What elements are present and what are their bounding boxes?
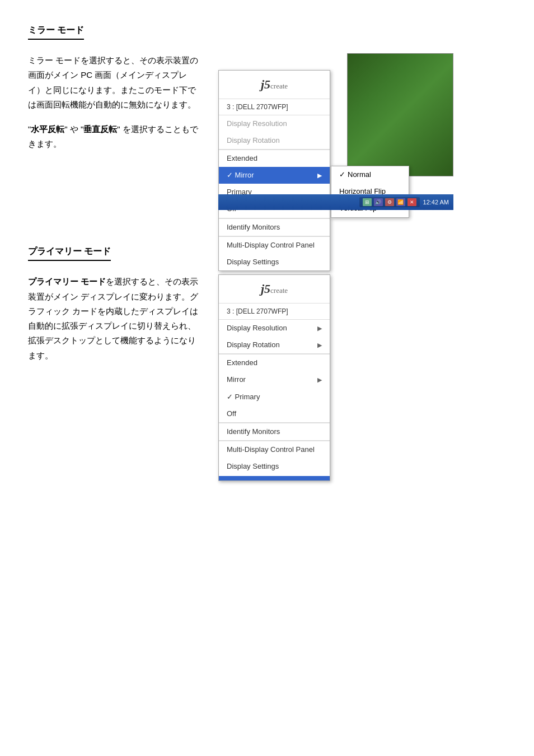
brand-create: create bbox=[270, 82, 288, 90]
primary-menu-bottom-bar bbox=[219, 476, 330, 480]
mirror-menu-container: j5create 3 : [DELL 2707WFP] Display Reso… bbox=[218, 53, 506, 210]
taskbar-icon-4: 📶 bbox=[396, 198, 405, 206]
primary-mode-heading: プライマリー モード bbox=[28, 244, 111, 261]
mirror-desktop-background bbox=[347, 53, 453, 176]
primary-mode-bold: プライマリー モード bbox=[28, 277, 106, 286]
taskbar-icons: ⊞ 🔊 ⚙ 📶 ✕ bbox=[359, 197, 420, 207]
mirror-checkmark: ✓ Mirror bbox=[227, 169, 254, 181]
primary-mirror-label: Mirror bbox=[227, 374, 246, 386]
primary-menu-header: j5create bbox=[219, 275, 330, 303]
brand-j5: j5 bbox=[261, 77, 270, 91]
taskbar-icon-2: 🔊 bbox=[374, 198, 383, 206]
mirror-menu-header: j5create bbox=[219, 71, 330, 99]
primary-menu-item-display-resolution[interactable]: Display Resolution ▶ bbox=[219, 320, 330, 337]
mirror-section-text: ミラー モードを選択すると、その表示装置の画面がメイン PC 画面（メインディス… bbox=[28, 53, 202, 162]
taskbar-icon-1: ⊞ bbox=[363, 198, 372, 206]
primary-menu-item-multi-display[interactable]: Multi-Display Control Panel bbox=[219, 441, 330, 458]
vertical-flip-term: 垂直反転 bbox=[83, 124, 117, 134]
primary-section-content: プライマリー モードを選択すると、その表示装置がメイン ディスプレイに変わります… bbox=[28, 274, 506, 481]
mirror-menu-wrapper: j5create 3 : [DELL 2707WFP] Display Reso… bbox=[218, 53, 453, 210]
display-rotation-arrow-icon: ▶ bbox=[317, 340, 322, 351]
primary-menu-item-mirror[interactable]: Mirror ▶ bbox=[219, 371, 330, 388]
primary-menu-wrapper: j5create 3 : [DELL 2707WFP] Display Reso… bbox=[218, 274, 364, 481]
display-resolution-label: Display Resolution bbox=[227, 322, 287, 334]
primary-brand-create: create bbox=[270, 286, 288, 295]
primary-mirror-arrow-icon: ▶ bbox=[317, 375, 322, 385]
menu-item-display-resolution-grayed[interactable]: Display Resolution bbox=[219, 115, 330, 132]
primary-menu-item-off[interactable]: Off bbox=[219, 405, 330, 423]
primary-brand-j5: j5 bbox=[261, 282, 270, 296]
normal-label: Normal bbox=[348, 169, 371, 181]
normal-checkmark: ✓ bbox=[339, 169, 345, 181]
primary-menu-container: j5create 3 : [DELL 2707WFP] Display Reso… bbox=[218, 274, 506, 481]
mirror-arrow-icon: ▶ bbox=[317, 170, 322, 181]
primary-j5menu: j5create 3 : [DELL 2707WFP] Display Reso… bbox=[218, 274, 330, 481]
primary-mode-section: プライマリー モード プライマリー モードを選択すると、その表示装置がメイン デ… bbox=[28, 244, 506, 481]
primary-menu-item-display-rotation[interactable]: Display Rotation ▶ bbox=[219, 337, 330, 354]
primary-menu-item-primary[interactable]: ✓ Primary bbox=[219, 389, 330, 405]
mirror-mode-heading: ミラー モード bbox=[28, 22, 84, 40]
menu-item-multi-display[interactable]: Multi-Display Control Panel bbox=[219, 236, 330, 254]
display-rotation-label: Display Rotation bbox=[227, 339, 280, 351]
taskbar-time: 12:42 AM bbox=[423, 197, 449, 208]
primary-check: ✓ Primary bbox=[227, 391, 260, 403]
menu-item-mirror[interactable]: ✓ Mirror ▶ bbox=[219, 167, 330, 184]
primary-paragraph-1: プライマリー モードを選択すると、その表示装置がメイン ディスプレイに変わります… bbox=[28, 274, 202, 363]
menu-item-extended[interactable]: Extended bbox=[219, 150, 330, 167]
mirror-paragraph-2: "水平反転" や "垂直反転" を選択することもできます。 bbox=[28, 122, 202, 152]
menu-item-mirror-wrapper: ✓ Mirror ▶ ✓ Normal Horizontal Flip bbox=[219, 167, 330, 184]
menu-item-display-rotation-grayed[interactable]: Display Rotation bbox=[219, 132, 330, 150]
submenu-item-normal[interactable]: ✓ Normal bbox=[331, 166, 409, 183]
mirror-paragraph-1: ミラー モードを選択すると、その表示装置の画面がメイン PC 画面（メインディス… bbox=[28, 53, 202, 112]
taskbar-icon-5: ✕ bbox=[407, 198, 416, 206]
menu-item-identify-monitors[interactable]: Identify Monitors bbox=[219, 218, 330, 236]
taskbar: ⊞ 🔊 ⚙ 📶 ✕ 12:42 AM bbox=[218, 194, 453, 210]
taskbar-icon-3: ⚙ bbox=[385, 198, 394, 206]
mirror-section-content: ミラー モードを選択すると、その表示装置の画面がメイン PC 画面（メインディス… bbox=[28, 53, 506, 210]
primary-menu-device: 3 : [DELL 2707WFP] bbox=[219, 304, 330, 320]
display-resolution-arrow-icon: ▶ bbox=[317, 323, 322, 334]
menu-item-display-settings[interactable]: Display Settings bbox=[219, 254, 330, 270]
primary-menu-item-extended[interactable]: Extended bbox=[219, 354, 330, 371]
mirror-mode-section: ミラー モード ミラー モードを選択すると、その表示装置の画面がメイン PC 画… bbox=[28, 22, 506, 210]
primary-section-text: プライマリー モードを選択すると、その表示装置がメイン ディスプレイに変わります… bbox=[28, 274, 202, 373]
mirror-j5menu: j5create 3 : [DELL 2707WFP] Display Reso… bbox=[218, 70, 330, 271]
horizontal-flip-term: 水平反転 bbox=[31, 124, 64, 134]
primary-menu-item-identify-monitors[interactable]: Identify Monitors bbox=[219, 423, 330, 441]
primary-menu-item-display-settings[interactable]: Display Settings bbox=[219, 458, 330, 475]
mirror-menu-device: 3 : [DELL 2707WFP] bbox=[219, 99, 330, 115]
